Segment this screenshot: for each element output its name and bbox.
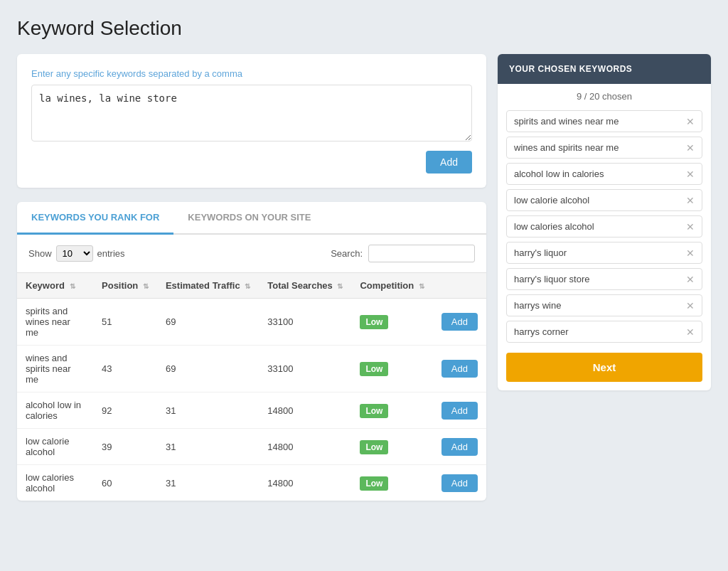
add-btn-row: Add [31,151,472,174]
cell-traffic: 69 [157,346,259,393]
chosen-keywords-header: YOUR CHOSEN KEYWORDS [498,54,711,84]
cell-action: Add [433,393,486,429]
chosen-keywords-card: YOUR CHOSEN KEYWORDS 9 / 20 chosen spiri… [498,54,711,390]
row-add-button[interactable]: Add [441,438,478,456]
row-add-button[interactable]: Add [441,402,478,420]
cell-traffic: 31 [157,429,259,465]
cell-searches: 14800 [259,393,351,429]
tabs-header: KEYWORDS YOU RANK FOR KEYWORDS ON YOUR S… [17,202,486,235]
chosen-keyword-label: harrys wine [514,300,561,311]
chosen-keyword-tag: spirits and wines near me ✕ [506,110,702,132]
chosen-keyword-label: low calorie alcohol [514,195,589,206]
keywords-textarea[interactable]: la wines, la wine store [31,85,472,142]
input-label: Enter any specific keywords separated by… [31,68,472,79]
cell-searches: 14800 [259,465,351,501]
row-add-button[interactable]: Add [441,360,478,378]
show-label: Show [28,248,52,259]
chosen-keyword-tag: wines and spirits near me ✕ [506,137,702,159]
keywords-table: Keyword ⇅ Position ⇅ Estimated Traffic ⇅… [17,272,486,501]
col-keyword: Keyword ⇅ [17,273,93,299]
table-controls: Show 10 25 50 100 entries Search: [17,235,486,272]
row-add-button[interactable]: Add [441,313,478,331]
remove-keyword-button[interactable]: ✕ [686,327,695,337]
cell-action: Add [433,465,486,501]
table-row: low calories alcohol 60 31 14800 Low Add [17,465,486,501]
left-panel: Enter any specific keywords separated by… [17,54,486,501]
entries-label: entries [97,248,125,259]
competition-badge: Low [360,404,388,418]
cell-action: Add [433,299,486,346]
search-label: Search: [331,248,363,259]
col-action [433,273,486,299]
remove-keyword-button[interactable]: ✕ [686,169,695,179]
remove-keyword-button[interactable]: ✕ [686,222,695,232]
chosen-keyword-tag: low calorie alcohol ✕ [506,189,702,211]
cell-position: 92 [93,393,157,429]
chosen-keywords-list: spirits and wines near me ✕ wines and sp… [498,110,711,343]
next-button[interactable]: Next [506,353,702,382]
remove-keyword-button[interactable]: ✕ [686,117,695,127]
cell-action: Add [433,429,486,465]
sort-icon-position: ⇅ [143,282,149,290]
chosen-keyword-label: wines and spirits near me [514,142,619,153]
cell-keyword: low calorie alcohol [17,429,93,465]
col-traffic: Estimated Traffic ⇅ [157,273,259,299]
remove-keyword-button[interactable]: ✕ [686,301,695,311]
cell-searches: 33100 [259,299,351,346]
col-position: Position ⇅ [93,273,157,299]
cell-traffic: 31 [157,393,259,429]
cell-keyword: low calories alcohol [17,465,93,501]
show-entries: Show 10 25 50 100 entries [28,245,125,262]
table-row: wines and spirits near me 43 69 33100 Lo… [17,346,486,393]
remove-keyword-button[interactable]: ✕ [686,143,695,153]
chosen-keyword-label: harry's liquor [514,247,567,258]
cell-position: 60 [93,465,157,501]
sort-icon-competition: ⇅ [419,282,424,290]
add-button[interactable]: Add [426,151,472,174]
cell-searches: 33100 [259,346,351,393]
chosen-keyword-tag: harrys corner ✕ [506,321,702,343]
chosen-keyword-label: harry's liquor store [514,274,590,284]
remove-keyword-button[interactable]: ✕ [686,274,695,284]
search-input[interactable] [368,245,475,262]
search-box: Search: [331,245,475,262]
sort-icon-searches: ⇅ [337,282,343,290]
entries-select[interactable]: 10 25 50 100 [56,245,93,262]
tab-keywords-rank[interactable]: KEYWORDS YOU RANK FOR [17,202,173,235]
cell-position: 43 [93,346,157,393]
sort-icon-keyword: ⇅ [70,282,75,290]
tabs-card: KEYWORDS YOU RANK FOR KEYWORDS ON YOUR S… [17,202,486,501]
cell-competition: Low [351,465,432,501]
table-row: alcohol low in calories 92 31 14800 Low … [17,393,486,429]
cell-traffic: 69 [157,299,259,346]
input-card: Enter any specific keywords separated by… [17,54,486,188]
row-add-button[interactable]: Add [441,474,478,492]
chosen-keyword-label: low calories alcohol [514,221,594,232]
chosen-keyword-label: harrys corner [514,326,569,337]
cell-searches: 14800 [259,429,351,465]
cell-position: 39 [93,429,157,465]
cell-competition: Low [351,393,432,429]
page-title: Keyword Selection [17,17,711,40]
chosen-keyword-tag: harry's liquor store ✕ [506,268,702,290]
right-panel: YOUR CHOSEN KEYWORDS 9 / 20 chosen spiri… [498,54,711,390]
remove-keyword-button[interactable]: ✕ [686,196,695,206]
remove-keyword-button[interactable]: ✕ [686,248,695,258]
competition-badge: Low [360,476,388,491]
chosen-keyword-tag: harrys wine ✕ [506,294,702,316]
cell-keyword: alcohol low in calories [17,393,93,429]
tab-keywords-site[interactable]: KEYWORDS ON YOUR SITE [173,202,325,235]
table-row: spirits and wines near me 51 69 33100 Lo… [17,299,486,346]
competition-badge: Low [360,362,388,376]
cell-competition: Low [351,429,432,465]
sort-icon-traffic: ⇅ [245,282,250,290]
table-row: low calorie alcohol 39 31 14800 Low Add [17,429,486,465]
cell-keyword: spirits and wines near me [17,299,93,346]
competition-badge: Low [360,440,388,454]
cell-competition: Low [351,299,432,346]
cell-traffic: 31 [157,465,259,501]
competition-badge: Low [360,315,388,329]
chosen-keyword-label: alcohol low in calories [514,169,604,179]
cell-competition: Low [351,346,432,393]
table-header-row: Keyword ⇅ Position ⇅ Estimated Traffic ⇅… [17,273,486,299]
